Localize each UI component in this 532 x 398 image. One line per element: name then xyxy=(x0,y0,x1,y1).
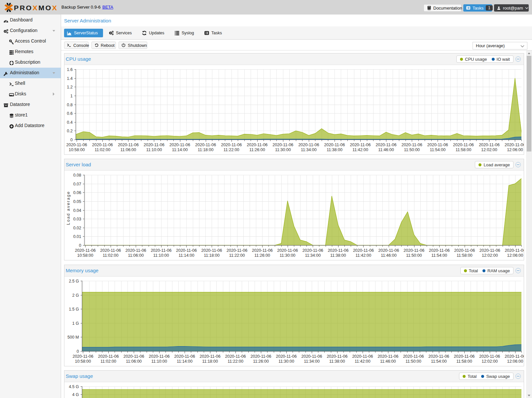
svg-text:2020-11-06: 2020-11-06 xyxy=(301,354,322,359)
svg-text:0.6: 0.6 xyxy=(67,111,73,116)
svg-text:10:58:00: 10:58:00 xyxy=(75,359,91,364)
svg-text:2020-11-06: 2020-11-06 xyxy=(324,143,345,147)
svg-text:2020-11-06: 2020-11-06 xyxy=(479,248,500,253)
svg-text:0: 0 xyxy=(79,243,81,248)
svg-text:2020-11-06: 2020-11-06 xyxy=(454,248,475,253)
svg-text:11:58:00: 11:58:00 xyxy=(457,253,473,258)
svg-text:11:42:00: 11:42:00 xyxy=(355,359,371,364)
svg-text:2020-11-06: 2020-11-06 xyxy=(377,354,398,359)
svg-text:2020-11-06: 2020-11-06 xyxy=(98,354,119,359)
svg-text:10:58:00: 10:58:00 xyxy=(69,148,85,152)
svg-text:11:14:00: 11:14:00 xyxy=(172,148,188,152)
svg-text:11:18:00: 11:18:00 xyxy=(198,148,214,152)
svg-text:11:30:00: 11:30:00 xyxy=(278,359,294,364)
svg-text:12:02:00: 12:02:00 xyxy=(482,253,498,258)
svg-text:2020-11-06: 2020-11-06 xyxy=(479,354,500,359)
svg-text:11:50:00: 11:50:00 xyxy=(404,148,420,152)
svg-text:11:34:00: 11:34:00 xyxy=(305,253,321,258)
svg-text:11:46:00: 11:46:00 xyxy=(378,148,394,152)
svg-text:12:06:00: 12:06:00 xyxy=(507,253,523,258)
svg-text:11:30:00: 11:30:00 xyxy=(280,253,296,258)
svg-text:11:34:00: 11:34:00 xyxy=(301,148,317,152)
svg-text:11:02:00: 11:02:00 xyxy=(94,148,110,152)
svg-text:2020-11-06: 2020-11-06 xyxy=(479,143,500,147)
svg-text:0.08: 0.08 xyxy=(73,173,81,178)
svg-text:11:38:00: 11:38:00 xyxy=(327,148,342,152)
svg-text:2020-11-06: 2020-11-06 xyxy=(302,248,323,253)
svg-text:1 G: 1 G xyxy=(72,321,79,326)
svg-text:11:50:00: 11:50:00 xyxy=(406,359,421,364)
svg-text:2020-11-06: 2020-11-06 xyxy=(429,248,450,253)
svg-text:11:10:00: 11:10:00 xyxy=(151,359,167,364)
svg-text:2020-11-06: 2020-11-06 xyxy=(505,354,524,359)
svg-text:11:30:00: 11:30:00 xyxy=(275,148,291,152)
svg-text:12:06:00: 12:06:00 xyxy=(507,148,523,152)
svg-text:11:38:00: 11:38:00 xyxy=(329,359,345,364)
svg-text:2020-11-06: 2020-11-06 xyxy=(100,248,121,253)
svg-text:2020-11-06: 2020-11-06 xyxy=(66,143,87,147)
svg-text:2020-11-06: 2020-11-06 xyxy=(125,248,146,253)
svg-text:2020-11-06: 2020-11-06 xyxy=(195,143,216,147)
svg-text:2020-11-06: 2020-11-06 xyxy=(327,354,347,359)
svg-text:1.2: 1.2 xyxy=(67,85,73,89)
svg-text:11:06:00: 11:06:00 xyxy=(126,359,142,364)
svg-text:11:54:00: 11:54:00 xyxy=(431,359,447,364)
svg-text:2020-11-06: 2020-11-06 xyxy=(350,143,371,147)
svg-text:2020-11-06: 2020-11-06 xyxy=(505,248,524,253)
svg-text:2020-11-06: 2020-11-06 xyxy=(505,143,524,147)
svg-text:11:42:00: 11:42:00 xyxy=(352,148,368,152)
svg-text:1.6: 1.6 xyxy=(67,67,73,72)
svg-text:2020-11-06: 2020-11-06 xyxy=(174,354,195,359)
svg-text:11:38:00: 11:38:00 xyxy=(330,253,346,258)
svg-text:2020-11-06: 2020-11-06 xyxy=(221,143,242,147)
svg-text:12:02:00: 12:02:00 xyxy=(481,148,497,152)
svg-text:2020-11-06: 2020-11-06 xyxy=(453,143,474,147)
svg-text:12:06:00: 12:06:00 xyxy=(507,359,523,364)
svg-text:11:42:00: 11:42:00 xyxy=(356,253,372,258)
svg-text:2020-11-06: 2020-11-06 xyxy=(73,354,93,359)
svg-text:2020-11-06: 2020-11-06 xyxy=(376,143,397,147)
svg-text:2 G: 2 G xyxy=(72,293,79,298)
svg-text:2020-11-06: 2020-11-06 xyxy=(201,248,222,253)
svg-text:2020-11-06: 2020-11-06 xyxy=(247,143,267,147)
svg-text:11:58:00: 11:58:00 xyxy=(456,359,472,364)
svg-text:2020-11-06: 2020-11-06 xyxy=(277,248,298,253)
svg-text:2020-11-06: 2020-11-06 xyxy=(328,248,348,253)
svg-text:11:54:00: 11:54:00 xyxy=(430,148,445,152)
svg-text:2020-11-06: 2020-11-06 xyxy=(298,143,319,147)
svg-text:500 M: 500 M xyxy=(67,335,79,340)
svg-text:2020-11-06: 2020-11-06 xyxy=(200,354,221,359)
svg-text:2020-11-06: 2020-11-06 xyxy=(352,354,373,359)
svg-text:11:46:00: 11:46:00 xyxy=(381,253,397,258)
svg-text:4 G: 4 G xyxy=(72,392,79,397)
svg-text:11:26:00: 11:26:00 xyxy=(254,253,270,258)
svg-text:0.07: 0.07 xyxy=(73,182,81,186)
svg-text:2020-11-06: 2020-11-06 xyxy=(144,143,164,147)
svg-text:0.06: 0.06 xyxy=(73,190,81,195)
svg-text:2020-11-06: 2020-11-06 xyxy=(149,354,170,359)
svg-text:2020-11-06: 2020-11-06 xyxy=(272,143,293,147)
svg-text:11:58:00: 11:58:00 xyxy=(455,148,471,152)
svg-text:11:22:00: 11:22:00 xyxy=(224,148,239,152)
svg-text:11:50:00: 11:50:00 xyxy=(406,253,422,258)
svg-text:11:18:00: 11:18:00 xyxy=(202,359,218,364)
svg-text:2020-11-06: 2020-11-06 xyxy=(428,354,449,359)
svg-text:1.5 G: 1.5 G xyxy=(69,307,79,312)
svg-text:2020-11-06: 2020-11-06 xyxy=(378,248,399,253)
svg-text:2020-11-06: 2020-11-06 xyxy=(92,143,113,147)
svg-text:2020-11-06: 2020-11-06 xyxy=(454,354,475,359)
svg-text:11:26:00: 11:26:00 xyxy=(253,359,269,364)
svg-text:1.4: 1.4 xyxy=(67,76,73,81)
svg-text:0.02: 0.02 xyxy=(73,226,81,230)
svg-text:11:02:00: 11:02:00 xyxy=(100,359,116,364)
svg-text:0.05: 0.05 xyxy=(73,199,81,204)
svg-text:2020-11-06: 2020-11-06 xyxy=(252,248,273,253)
svg-text:11:34:00: 11:34:00 xyxy=(304,359,320,364)
svg-text:0.03: 0.03 xyxy=(73,217,81,221)
svg-text:10:58:00: 10:58:00 xyxy=(77,253,93,258)
svg-text:0.2: 0.2 xyxy=(67,129,73,133)
svg-text:11:10:00: 11:10:00 xyxy=(146,148,162,152)
svg-text:2020-11-06: 2020-11-06 xyxy=(225,354,246,359)
svg-text:2020-11-06: 2020-11-06 xyxy=(353,248,374,253)
svg-text:1: 1 xyxy=(70,94,73,98)
